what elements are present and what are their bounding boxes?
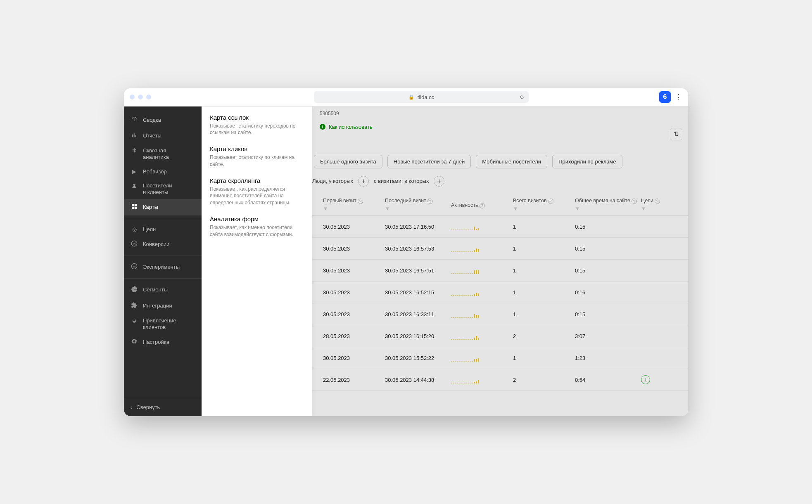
activity-spark-icon [451,376,513,383]
sidebar-item-integrations[interactable]: Интеграции [124,298,202,314]
cell-first-visit: 30.05.2023 [323,289,385,296]
browser-right: 6 ⋮ [659,91,682,103]
sidebar-item-webvisor[interactable]: ▶ Вебвизор [124,165,202,179]
flyout-desc: Показывает статистику переходов по ссылк… [210,123,304,137]
sidebar-item-maps[interactable]: Карты [124,199,202,215]
cell-first-visit: 30.05.2023 [323,224,385,230]
compare-icon: ⇅ [674,130,679,138]
table-row[interactable]: 30.05.202330.05.2023 17:16:5010:15 [312,216,688,238]
goal-badge[interactable]: 1 [641,375,650,384]
sidebar-item-reports[interactable]: Отчеты [124,128,202,144]
sidebar-item-attraction[interactable]: Привлечение клиентов [124,314,202,335]
percent-icon: % [131,240,138,248]
flame-icon [131,317,138,326]
filter-chip[interactable]: Новые посетители за 7 дней [387,155,471,168]
url-bar[interactable]: 🔒 tilda.cc ⟳ [314,91,529,103]
quick-filters: Больше одного визита Новые посетители за… [312,130,688,173]
flyout-link-map[interactable]: Карта ссылок Показывает статистику перех… [210,114,304,137]
reload-icon[interactable]: ⟳ [520,94,525,100]
table-row[interactable]: 30.05.202330.05.2023 15:52:2211:23 [312,347,688,369]
extension-badge[interactable]: 6 [659,91,671,103]
flyout-form-analytics[interactable]: Аналитика форм Показывает, как именно по… [210,215,304,238]
cell-time: 0:15 [575,267,641,274]
flyout-desc: Показывает статистику по кликам на сайте… [210,154,304,168]
sidebar-item-label: Привлечение клиентов [143,317,176,331]
svg-text:%: % [133,241,136,245]
sidebar-item-segments[interactable]: Сегменты [124,282,202,298]
flyout-desc: Показывает, как распределяется внимание … [210,186,304,206]
cell-last-visit: 30.05.2023 16:33:11 [385,311,451,317]
minimize-dot-icon[interactable] [138,95,143,99]
activity-spark-icon [451,267,513,274]
sidebar-item-settings[interactable]: Настройка [124,334,202,350]
cell-activity [451,310,513,318]
svg-text:ab: ab [133,265,136,268]
cell-last-visit: 30.05.2023 16:52:15 [385,289,451,296]
window-controls[interactable] [130,95,151,99]
table-row[interactable]: 30.05.202330.05.2023 16:52:1510:16 [312,282,688,303]
browser-menu-icon[interactable]: ⋮ [675,93,682,101]
flyout-title: Карта ссылок [210,114,304,121]
close-dot-icon[interactable] [130,95,135,99]
sidebar-item-endtoend[interactable]: ✻ Сквозная аналитика [124,144,202,165]
sidebar-collapse[interactable]: ‹ Свернуть [124,398,202,416]
collapse-label: Свернуть [136,404,160,410]
hint-text: Как использовать [329,124,373,130]
segment-text: Люди, у которых [312,178,353,184]
hint-row[interactable]: i Как использовать [312,116,688,130]
table-row[interactable]: 30.05.202330.05.2023 16:57:5310:15 [312,238,688,260]
cell-visits: 1 [513,289,575,296]
cell-activity [451,376,513,383]
sidebar-item-label: Отчеты [143,133,161,139]
filter-icon[interactable] [575,206,580,211]
filter-chip[interactable]: Больше одного визита [314,155,382,168]
counter-fragment: 5305509 [312,106,688,116]
sidebar-item-label: Цели [143,226,156,233]
filter-icon[interactable] [641,206,646,211]
grid-icon [131,203,138,211]
cell-time: 0:15 [575,224,641,230]
cell-activity [451,267,513,274]
puzzle-icon [131,302,138,310]
cell-last-visit: 30.05.2023 16:57:53 [385,246,451,252]
segment-builder: Люди, у которых + с визитами, в которых … [312,173,688,193]
cell-visits: 1 [513,246,575,252]
add-condition-button[interactable]: + [434,176,444,187]
col-activity[interactable]: Активность? [451,202,513,208]
cell-first-visit: 30.05.2023 [323,267,385,274]
flyout-click-map[interactable]: Карта кликов Показывает статистику по кл… [210,145,304,168]
col-visits[interactable]: Всего визитов? [513,197,575,213]
sidebar-separator [124,219,202,219]
sidebar-item-visitors[interactable]: Посетители и клиенты [124,179,202,200]
compare-button[interactable]: ⇅ [670,128,682,140]
sidebar-separator [124,278,202,279]
filter-icon[interactable] [385,206,390,211]
add-condition-button[interactable]: + [358,176,369,187]
col-total-time[interactable]: Общее время на сайте? [575,197,641,213]
cell-time: 1:23 [575,355,641,361]
filter-chip[interactable]: Мобильные посетители [476,155,547,168]
filter-icon[interactable] [323,206,328,211]
person-icon [131,182,138,191]
gear-icon [131,338,138,346]
sidebar-item-goals[interactable]: ◎ Цели [124,222,202,237]
zoom-dot-icon[interactable] [146,95,151,99]
col-goals[interactable]: Цели? [641,197,688,213]
flyout-desc: Показывает, как именно посетители сайта … [210,224,304,238]
filter-icon[interactable] [513,206,518,211]
table-header: Первый визит? Последний визит? Активност… [312,193,688,216]
table-row[interactable]: 30.05.202330.05.2023 16:33:1110:15 [312,303,688,325]
filter-chip[interactable]: Приходили по рекламе [552,155,622,168]
sidebar-item-conversions[interactable]: % Конверсии [124,237,202,252]
cell-last-visit: 30.05.2023 14:44:38 [385,377,451,383]
table-row[interactable]: 28.05.202330.05.2023 16:15:2023:07 [312,325,688,347]
activity-spark-icon [451,223,513,230]
sidebar-item-summary[interactable]: Сводка [124,112,202,128]
sidebar-item-experiments[interactable]: ab Эксперименты [124,259,202,275]
table-row[interactable]: 22.05.202330.05.2023 14:44:3820:541 [312,369,688,391]
col-first-visit[interactable]: Первый визит? [323,197,385,213]
target-icon: ◎ [131,226,138,233]
flyout-scroll-map[interactable]: Карта скроллинга Показывает, как распред… [210,177,304,206]
table-row[interactable]: 30.05.202330.05.2023 16:57:5110:15 [312,260,688,282]
col-last-visit[interactable]: Последний визит? [385,197,451,213]
